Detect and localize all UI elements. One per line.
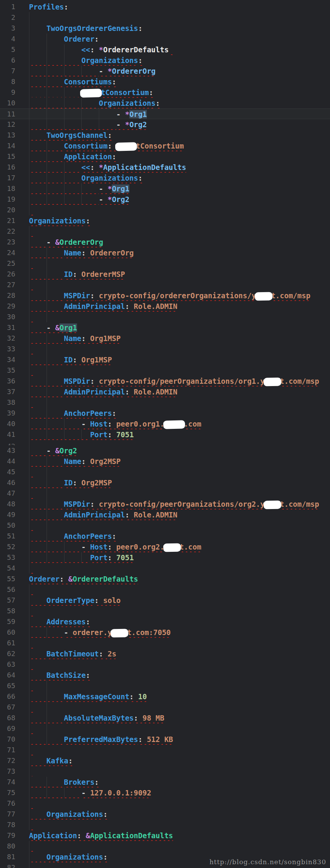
code-line[interactable]: 12 - *Org2 [0, 119, 330, 130]
code-line[interactable]: 47 [0, 488, 330, 499]
code-line[interactable]: 7 - *OrdererOrg [0, 66, 330, 76]
code-line[interactable]: 75 - 127.0.0.1:9092 [0, 787, 330, 798]
code-line[interactable]: 77 Organizations: [0, 809, 330, 820]
code-line[interactable]: 80 [0, 841, 330, 852]
code-line[interactable]: 49 AdminPrincipal: Role.ADMIN [0, 509, 330, 520]
code-line[interactable]: 3 TwoOrgsOrdererGenesis: [0, 23, 330, 34]
code-line[interactable]: 36 MSPDir: crypto-config/peerOrganizatio… [0, 376, 330, 386]
code-line[interactable]: 64 BatchSize: [0, 670, 330, 680]
code-line[interactable]: 59 Addresses: [0, 616, 330, 627]
line-content [15, 584, 330, 595]
code-line[interactable]: 43 - &Org2 [0, 445, 330, 456]
code-line[interactable]: 44 Name: Org2MSP [0, 456, 330, 467]
token: << [81, 163, 90, 171]
code-line[interactable]: 24 Name: OrdererOrg [0, 247, 330, 258]
code-line[interactable]: 18 - *Org1 [0, 183, 330, 194]
code-line[interactable]: 32 Name: Org1MSP [0, 333, 330, 344]
code-line[interactable]: 19 - *Org2 [0, 194, 330, 205]
code-line[interactable]: 21Organizations: [0, 215, 330, 226]
code-line[interactable]: 68 AbsoluteMaxBytes: 98 MB [0, 713, 330, 723]
lint-squiggle-text: Organizations: [29, 853, 108, 861]
code-line[interactable]: 35 [0, 365, 330, 376]
code-line[interactable]: 39 AnchorPeers: [0, 408, 330, 419]
code-line[interactable]: 41 Port: 7051 [0, 429, 330, 440]
code-line[interactable]: 76 [0, 798, 330, 809]
code-line[interactable]: 78 [0, 820, 330, 830]
code-line[interactable]: 22 [0, 226, 330, 237]
code-line[interactable]: 13 TwoOrgsChannel: [0, 130, 330, 141]
code-line[interactable]: 30 [0, 312, 330, 322]
redaction-blob [115, 142, 137, 151]
line-content: Name: Org1MSP [15, 333, 330, 344]
code-line[interactable]: 40 - Host: peer0.org1. .com [0, 419, 330, 429]
code-line[interactable]: 53 Port: 7051 [0, 552, 330, 563]
code-line[interactable]: 16 <<: *ApplicationDefaults [0, 162, 330, 173]
code-line[interactable]: 29 AdminPrincipal: Role.ADMIN [0, 301, 330, 312]
code-line[interactable]: 63 [0, 659, 330, 670]
code-line[interactable]: 11 - *Org1 [0, 108, 330, 119]
line-content: Name: Org2MSP [15, 456, 330, 467]
code-line[interactable]: 54 [0, 563, 330, 574]
lint-squiggle-text: MSPDir: crypto-config/ordererOrganizatio… [29, 291, 311, 300]
code-line[interactable]: 1Profiles: [0, 2, 330, 12]
token: : [95, 596, 99, 605]
code-line[interactable]: 8 Consortiums: [0, 76, 330, 87]
code-line[interactable]: 6 Organizations: [0, 55, 330, 66]
token: solo [99, 596, 121, 605]
code-line[interactable]: 58 [0, 606, 330, 616]
code-line[interactable]: 56 [0, 584, 330, 595]
token: MaxMessageCount [64, 692, 130, 701]
code-line[interactable]: 31 - &Org1 [0, 322, 330, 333]
code-line[interactable]: 60 - orderer.y t.com:7050 [0, 627, 330, 638]
code-line[interactable]: 55Orderer: &OrdererDefaults [0, 574, 330, 584]
code-line[interactable]: 34 ID: Org1MSP [0, 354, 330, 365]
code-line[interactable]: 65 [0, 680, 330, 691]
lint-squiggle-text: BatchTimeout: 2s [29, 650, 116, 658]
code-line[interactable]: 15 Application: [0, 151, 330, 162]
code-line[interactable]: 5 <<: *OrdererDefaults [0, 44, 330, 55]
code-line[interactable]: 70 PreferredMaxBytes: 512 KB [0, 734, 330, 745]
line-number: 79 [0, 830, 15, 841]
code-line[interactable]: 37 AdminPrincipal: Role.ADMIN [0, 386, 330, 397]
code-line[interactable]: 51 AnchorPeers: [0, 531, 330, 541]
line-content [15, 820, 330, 830]
code-line[interactable]: 26 ID: OrdererMSP [0, 269, 330, 280]
code-line[interactable]: 45 [0, 467, 330, 477]
code-line[interactable]: 2 [0, 12, 330, 23]
code-line[interactable]: 38 [0, 397, 330, 408]
token: : [72, 478, 77, 487]
line-number: 82 [0, 862, 15, 868]
code-line[interactable]: 62 BatchTimeout: 2s [0, 648, 330, 659]
code-line[interactable]: 61 [0, 638, 330, 648]
code-line[interactable]: 46 ID: Org2MSP [0, 477, 330, 488]
code-line[interactable]: 27 [0, 280, 330, 290]
code-line[interactable]: 69 [0, 723, 330, 734]
code-line[interactable]: 66 MaxMessageCount: 10 [0, 691, 330, 702]
code-line[interactable]: 20 [0, 205, 330, 215]
line-content: AbsoluteMaxBytes: 98 MB [15, 713, 330, 723]
code-line[interactable]: 52 - Host: peer0.org2. t.com [0, 541, 330, 552]
code-line[interactable]: 33 [0, 344, 330, 354]
code-line[interactable]: 28 MSPDir: crypto-config/ordererOrganiza… [0, 290, 330, 301]
code-line[interactable]: 4 Orderer: [0, 34, 330, 44]
code-line[interactable]: 9 tConsortium: [0, 87, 330, 98]
code-line[interactable]: 71 [0, 745, 330, 755]
code-line[interactable]: 17 Organizations: [0, 173, 330, 183]
code-line[interactable]: 73 [0, 766, 330, 777]
code-line[interactable]: 25 [0, 258, 330, 269]
code-line[interactable]: 67 [0, 702, 330, 713]
code-line[interactable]: 48 MSPDir: crypto-config/peerOrganizatio… [0, 499, 330, 509]
code-line[interactable]: 10 Organizations: [0, 98, 330, 108]
code-line[interactable]: 23 - &OrdererOrg [0, 237, 330, 247]
code-line[interactable]: 14 Consortium: tConsortium [0, 141, 330, 151]
code-line[interactable]: 79Application: &ApplicationDefaults [0, 830, 330, 841]
indent-guide [47, 280, 47, 290]
code-line[interactable]: 72 Kafka: [0, 755, 330, 766]
code-line[interactable]: 50 [0, 520, 330, 531]
lint-squiggle-text: Organizations: [29, 99, 160, 107]
token: : [108, 553, 112, 562]
code-line[interactable]: 57 OrdererType: solo [0, 595, 330, 606]
code-editor[interactable]: 1Profiles:23 TwoOrgsOrdererGenesis:4 Ord… [0, 0, 330, 868]
code-line[interactable]: 42 [0, 440, 330, 445]
code-line[interactable]: 74 Brokers: [0, 777, 330, 787]
